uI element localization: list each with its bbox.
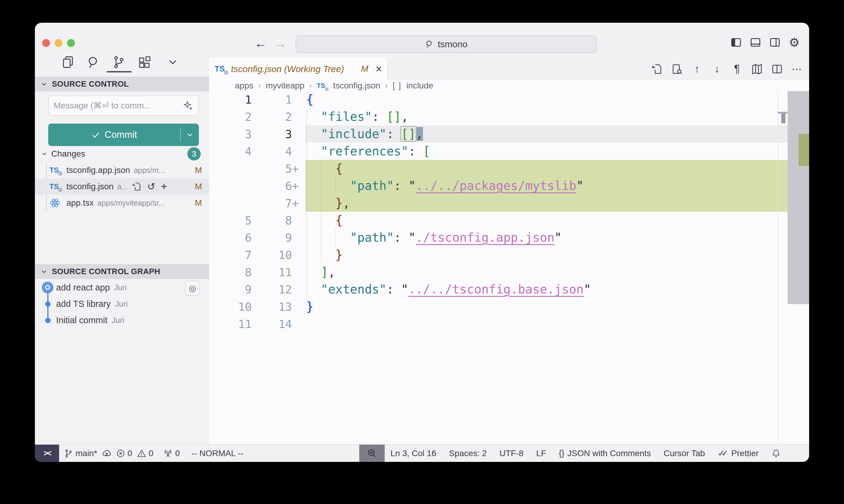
status-item[interactable]: Ln 3, Col 16: [391, 449, 436, 458]
status-item[interactable]: Cursor Tab: [664, 449, 705, 458]
breadcrumb-separator: ›: [309, 81, 312, 90]
accessible-diff-viewer-icon[interactable]: [671, 63, 683, 75]
commit-button[interactable]: Commit: [48, 124, 199, 146]
modified-line-number: 5: [252, 160, 292, 178]
status-item[interactable]: UTF-8: [500, 449, 523, 458]
search-view-icon[interactable]: [86, 54, 101, 70]
changed-file-row[interactable]: app.tsxapps/myviteapp/sr...M: [35, 195, 209, 211]
scrollbar-thumb[interactable]: [788, 91, 809, 304]
activity-bar: [35, 54, 209, 72]
double-check-icon: ✓✓: [718, 448, 728, 458]
sparkle-icon[interactable]: [183, 101, 193, 111]
code-line[interactable]: 44 "references": [: [209, 143, 809, 160]
original-line-number: 9: [209, 281, 252, 298]
screen-background: ← → tsmono ⚙: [0, 0, 844, 504]
line-content: },: [300, 195, 350, 212]
extensions-view-icon[interactable]: [136, 54, 152, 70]
remote-indicator-button[interactable]: ><: [35, 445, 59, 462]
more-views-chevron-icon[interactable]: [165, 54, 181, 70]
status-item[interactable]: Spaces: 2: [449, 449, 487, 458]
diff-editor[interactable]: 11{22 "files": [],33 "include": [],44 "r…: [209, 91, 809, 444]
problems-status-item[interactable]: 0 0: [116, 449, 153, 458]
overview-ruler-added-marker: [798, 134, 809, 166]
modified-line-number: 7: [252, 195, 292, 212]
ports-status-item[interactable]: 0: [163, 449, 180, 458]
breadcrumb-item[interactable]: tsconfig.json: [333, 81, 380, 91]
code-line[interactable]: 710 }: [209, 246, 809, 264]
line-background: [306, 160, 788, 177]
status-item[interactable]: LF: [536, 449, 546, 458]
commit-row[interactable]: add TS libraryJuri: [35, 295, 209, 312]
code-line[interactable]: 6+ "path": "../../packages/mytslib": [209, 177, 809, 195]
show-whitespace-icon[interactable]: ¶: [731, 63, 743, 75]
bell-icon: [772, 449, 781, 458]
status-item[interactable]: {}JSON with Comments: [559, 449, 651, 458]
breadcrumb-item[interactable]: myviteapp: [265, 81, 304, 91]
code-line[interactable]: 811 ],: [209, 264, 809, 281]
commit-row[interactable]: add react appJuri◎: [35, 279, 209, 295]
next-change-icon[interactable]: ↓: [711, 63, 723, 75]
original-line-number: 11: [209, 316, 252, 333]
source-control-sidebar: SOURCE CONTROL Message (⌘⏎ to comm... Co…: [35, 72, 210, 444]
zoom-window-button[interactable]: [67, 39, 75, 47]
source-control-section-header[interactable]: SOURCE CONTROL: [35, 77, 209, 91]
code-line[interactable]: 58 {: [209, 212, 809, 229]
commit-author: Juri: [115, 299, 127, 309]
changed-file-row[interactable]: TS⚙tsconfig.app.jsonapps/m...M: [35, 162, 209, 178]
code-line[interactable]: 33 "include": [],: [209, 125, 809, 143]
code-line[interactable]: 1114: [209, 315, 809, 332]
split-editor-icon[interactable]: [771, 63, 783, 75]
line-content: {: [300, 160, 343, 177]
git-status-badge: M: [195, 182, 202, 192]
branch-status-item[interactable]: main*: [64, 449, 97, 458]
source-control-graph-header[interactable]: SOURCE CONTROL GRAPH: [35, 264, 209, 279]
code-line[interactable]: 5+ {: [209, 160, 809, 177]
open-file-icon[interactable]: [132, 182, 142, 192]
code-line[interactable]: 1013}: [209, 298, 809, 315]
breadcrumb-separator: ›: [385, 81, 388, 90]
modified-line-number: 8: [252, 212, 292, 229]
original-line-number: 3: [209, 126, 252, 143]
braces-icon: {}: [559, 449, 565, 458]
close-window-button[interactable]: [42, 39, 50, 47]
goto-head-target-icon[interactable]: ◎: [185, 281, 200, 295]
minimize-window-button[interactable]: [55, 39, 63, 47]
code-line[interactable]: 22 "files": [],: [209, 108, 809, 125]
commit-row[interactable]: Initial commitJuri: [35, 312, 209, 328]
line-background: [306, 195, 788, 212]
open-file-icon[interactable]: [651, 63, 663, 75]
breadcrumb-item[interactable]: include: [406, 81, 433, 91]
explorer-icon[interactable]: [60, 54, 76, 70]
changes-section-header[interactable]: Changes 3: [35, 148, 209, 160]
modified-badge: M: [361, 64, 368, 74]
minimap-icon[interactable]: [751, 63, 763, 75]
commit-graph-list: add react appJuri◎add TS libraryJuriInit…: [35, 279, 209, 328]
breadcrumb-item[interactable]: apps: [235, 81, 254, 91]
chevron-down-icon: [40, 268, 48, 275]
line-background: [306, 315, 788, 332]
close-tab-icon[interactable]: ×: [376, 64, 382, 74]
status-item[interactable]: ✓✓Prettier: [718, 448, 758, 458]
source-control-view-icon[interactable]: [111, 54, 127, 70]
more-actions-icon[interactable]: ⋯: [791, 63, 803, 75]
stage-changes-icon[interactable]: +: [161, 180, 167, 193]
code-line[interactable]: 7+ },: [209, 195, 809, 212]
sync-status-item[interactable]: [102, 448, 112, 458]
previous-change-icon[interactable]: ↑: [691, 63, 703, 75]
status-item[interactable]: [772, 449, 781, 458]
git-status-badge: M: [195, 198, 202, 208]
original-line-number: 4: [209, 143, 252, 160]
discard-changes-icon[interactable]: ↺: [147, 181, 155, 192]
tab-tsconfig-json[interactable]: TS⚙ tsconfig.json (Working Tree) M ×: [209, 57, 388, 80]
code-line[interactable]: 69 "path": "./tsconfig.app.json": [209, 229, 809, 246]
branch-name: main*: [75, 449, 97, 458]
code-line[interactable]: 912 "extends": "../../tsconfig.base.json…: [209, 281, 809, 298]
code-line[interactable]: 11{: [209, 91, 809, 108]
commit-message-input[interactable]: Message (⌘⏎ to comm...: [48, 95, 199, 116]
line-background: [306, 91, 788, 108]
changed-file-row[interactable]: TS⚙tsconfig.jsona... ↺ + M: [35, 178, 209, 195]
status-bar: >< main* 0: [35, 444, 809, 462]
status-item-label: JSON with Comments: [568, 449, 651, 458]
commit-dropdown-chevron-icon[interactable]: [181, 130, 199, 139]
vim-mode-indicator[interactable]: -- NORMAL --: [191, 449, 243, 458]
